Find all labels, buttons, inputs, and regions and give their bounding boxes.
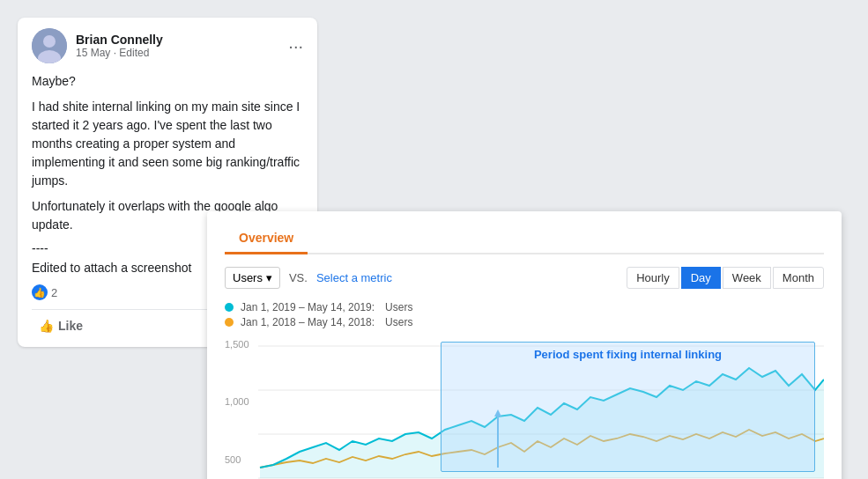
select-metric-link[interactable]: Select a metric: [316, 271, 392, 284]
like-reaction-icon: 👍: [32, 284, 48, 300]
post-header: Brian Connelly 15 May · Edited ···: [32, 28, 303, 63]
legend-metric-2018: Users: [385, 316, 412, 328]
legend-dot-2019: [225, 303, 234, 312]
metric-dropdown-icon: ▾: [266, 271, 272, 284]
time-btn-week[interactable]: Week: [723, 267, 771, 289]
legend-item-2018: Jan 1, 2018 – May 14, 2018: Users: [225, 316, 824, 328]
analytics-chart-card: Overview Users ▾ VS. Select a metric Hou…: [207, 211, 842, 479]
like-icon: 👍: [39, 319, 54, 333]
metric-label: Users: [233, 271, 263, 284]
time-btn-month[interactable]: Month: [773, 267, 824, 289]
y-label-1000: 1,000: [225, 396, 249, 407]
y-label-500: 500: [225, 454, 249, 465]
chart-area: 1,500 1,000 500 Period spent fixing inte…: [225, 337, 824, 479]
user-info: Brian Connelly 15 May · Edited: [76, 33, 163, 59]
metric-select[interactable]: Users ▾: [225, 267, 280, 289]
time-button-group: Hourly Day Week Month: [627, 267, 824, 289]
avatar: [32, 28, 67, 63]
legend-dot-2018: [225, 318, 234, 327]
post-paragraph-1: Maybe?: [32, 72, 303, 91]
like-button[interactable]: 👍 Like: [32, 315, 90, 336]
chart-controls-left: Users ▾ VS. Select a metric: [225, 267, 392, 289]
page-wrapper: Brian Connelly 15 May · Edited ··· Maybe…: [18, 18, 850, 461]
svg-marker-9: [494, 409, 501, 416]
post-meta: 15 May · Edited: [76, 47, 163, 59]
like-label: Like: [58, 319, 83, 333]
legend-item-2019: Jan 1, 2019 – May 14, 2019: Users: [225, 301, 824, 313]
time-btn-hourly[interactable]: Hourly: [627, 267, 679, 289]
chart-legend: Jan 1, 2019 – May 14, 2019: Users Jan 1,…: [225, 301, 824, 328]
time-btn-day[interactable]: Day: [681, 267, 721, 289]
tab-overview[interactable]: Overview: [225, 225, 308, 254]
more-options-icon[interactable]: ···: [288, 37, 303, 55]
reactions-count: 2: [51, 286, 57, 299]
legend-metric-2019: Users: [385, 301, 412, 313]
chart-controls: Users ▾ VS. Select a metric Hourly Day W…: [225, 267, 824, 289]
vs-label: VS.: [289, 271, 308, 284]
y-label-1500: 1,500: [225, 339, 249, 350]
y-axis-labels: 1,500 1,000 500: [225, 337, 249, 479]
chart-svg: [225, 337, 824, 479]
post-username[interactable]: Brian Connelly: [76, 33, 163, 47]
svg-point-1: [43, 35, 56, 48]
legend-range-2018: Jan 1, 2018 – May 14, 2018:: [241, 316, 375, 328]
chart-tabs: Overview: [225, 225, 824, 254]
svg-marker-7: [260, 368, 824, 478]
post-header-left: Brian Connelly 15 May · Edited: [32, 28, 163, 63]
post-paragraph-2: I had shite internal linking on my main …: [32, 98, 303, 190]
legend-range-2019: Jan 1, 2019 – May 14, 2019:: [241, 301, 375, 313]
